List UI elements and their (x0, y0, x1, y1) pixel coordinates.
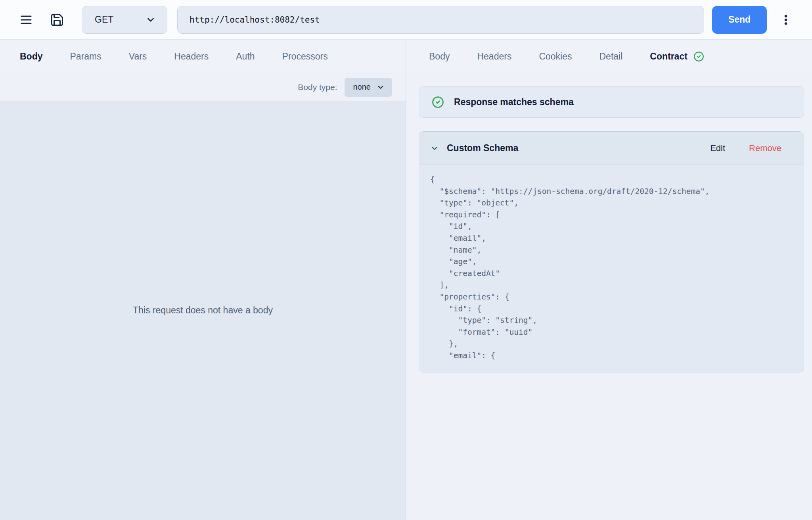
contract-content: Response matches schema Custom Schema Ed… (406, 73, 812, 520)
schema-code-block[interactable]: { "$schema": "https://json-schema.org/dr… (419, 165, 804, 372)
schema-match-message: Response matches schema (454, 97, 574, 107)
hamburger-icon (19, 13, 33, 27)
empty-body-message: This request does not have a body (133, 305, 273, 316)
tab-response-detail[interactable]: Detail (599, 51, 622, 62)
topbar: GET Send (0, 0, 812, 40)
request-tabs: Body Params Vars Headers Auth Processors (0, 40, 406, 73)
tab-request-params[interactable]: Params (70, 51, 102, 62)
custom-schema-panel: Custom Schema Edit Remove { "$schema": "… (419, 131, 804, 372)
chevron-down-icon (146, 15, 156, 25)
tab-response-cookies[interactable]: Cookies (539, 51, 572, 62)
custom-schema-title: Custom Schema (447, 143, 518, 154)
request-panel: Body Params Vars Headers Auth Processors… (0, 40, 406, 520)
tab-contract-label: Contract (650, 51, 688, 62)
body-type-label: Body type: (298, 83, 337, 92)
menu-button[interactable] (17, 11, 35, 29)
response-panel: Body Headers Cookies Detail Contract Res… (406, 40, 812, 520)
edit-schema-button[interactable]: Edit (710, 143, 725, 154)
tab-request-processors[interactable]: Processors (282, 51, 328, 62)
chevron-down-icon[interactable] (430, 144, 439, 153)
check-circle-icon (432, 96, 444, 108)
remove-schema-button[interactable]: Remove (749, 143, 781, 154)
method-select-value: GET (95, 14, 113, 25)
main-split: Body Params Vars Headers Auth Processors… (0, 40, 812, 520)
schema-match-banner: Response matches schema (419, 86, 804, 118)
kebab-menu-icon (779, 13, 792, 26)
floppy-disk-icon (50, 13, 64, 27)
tab-request-headers[interactable]: Headers (174, 51, 209, 62)
tab-response-headers[interactable]: Headers (477, 51, 511, 62)
tab-request-vars[interactable]: Vars (129, 51, 147, 62)
tab-response-contract[interactable]: Contract (650, 51, 704, 62)
tab-request-body[interactable]: Body (20, 51, 43, 62)
request-body-empty-state: This request does not have a body (0, 101, 406, 520)
more-options-button[interactable] (777, 11, 795, 29)
send-button[interactable]: Send (712, 6, 767, 34)
body-type-row: Body type: none (0, 73, 406, 101)
save-button[interactable] (48, 11, 66, 29)
check-circle-icon (693, 51, 704, 62)
url-input[interactable] (177, 6, 704, 34)
body-type-select-value: none (353, 83, 371, 92)
chevron-down-icon (376, 83, 385, 92)
schema-json-text: { "$schema": "https://json-schema.org/dr… (430, 174, 793, 362)
custom-schema-header[interactable]: Custom Schema Edit Remove (419, 132, 804, 165)
tab-request-auth[interactable]: Auth (236, 51, 255, 62)
method-select[interactable]: GET (82, 6, 167, 34)
tab-response-body[interactable]: Body (429, 51, 450, 62)
response-tabs: Body Headers Cookies Detail Contract (406, 40, 812, 73)
body-type-select[interactable]: none (345, 78, 393, 97)
